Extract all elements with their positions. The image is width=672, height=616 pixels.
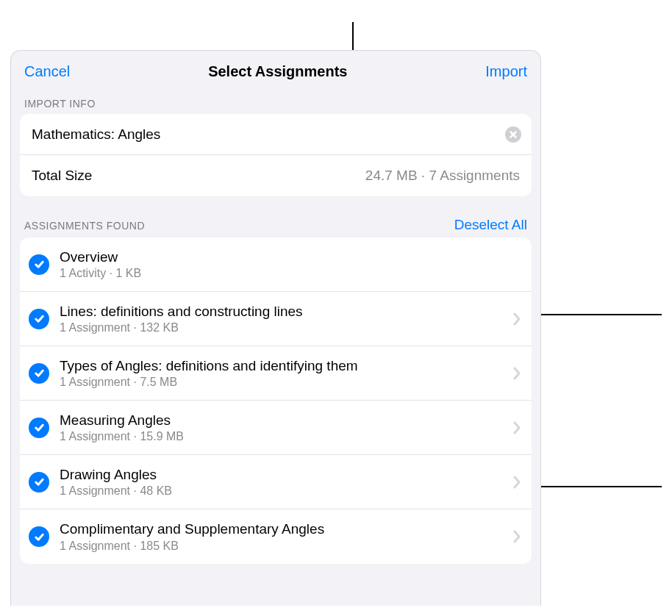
assignment-subtitle: 1 Assignment · 15.9 MB <box>60 430 512 443</box>
assignment-title: Types of Angles: definitions and identif… <box>60 357 512 375</box>
import-button[interactable]: Import <box>485 63 527 80</box>
total-size-label: Total Size <box>32 168 92 184</box>
nav-bar: Cancel Select Assignments Import <box>11 51 540 92</box>
checkmark-icon[interactable] <box>29 254 49 275</box>
assignment-subtitle: 1 Activity · 1 KB <box>60 267 521 280</box>
cancel-button[interactable]: Cancel <box>24 63 70 80</box>
assignment-subtitle: 1 Assignment · 48 KB <box>60 484 512 498</box>
import-info-card: Total Size 24.7 MB · 7 Assignments <box>20 114 532 196</box>
import-name-input[interactable] <box>32 126 520 143</box>
assignment-row[interactable]: Drawing Angles1 Assignment · 48 KB <box>20 455 532 509</box>
chevron-right-icon[interactable] <box>512 312 521 326</box>
assignment-text: Lines: definitions and constructing line… <box>60 303 512 335</box>
stage: Cancel Select Assignments Import IMPORT … <box>0 0 672 616</box>
checkmark-icon[interactable] <box>29 526 49 547</box>
assignments-found-label: ASSIGNMENTS FOUND <box>24 220 145 232</box>
chevron-right-icon[interactable] <box>512 366 521 381</box>
chevron-right-icon[interactable] <box>512 420 521 435</box>
checkmark-icon[interactable] <box>29 418 49 438</box>
assignment-text: Drawing Angles1 Assignment · 48 KB <box>60 466 512 498</box>
assignment-row[interactable]: Complimentary and Supplementary Angles1 … <box>20 509 532 564</box>
assignment-subtitle: 1 Assignment · 132 KB <box>60 321 512 334</box>
checkmark-icon[interactable] <box>29 363 49 384</box>
assignment-text: Types of Angles: definitions and identif… <box>60 357 512 390</box>
assignment-row[interactable]: Lines: definitions and constructing line… <box>20 292 532 346</box>
checkmark-icon[interactable] <box>29 472 49 493</box>
checkmark-icon[interactable] <box>29 309 49 329</box>
assignment-row[interactable]: Types of Angles: definitions and identif… <box>20 346 532 401</box>
assignment-title: Overview <box>60 248 521 266</box>
assignment-subtitle: 1 Assignment · 7.5 MB <box>60 376 512 389</box>
chevron-right-icon[interactable] <box>512 529 521 544</box>
assignment-title: Complimentary and Supplementary Angles <box>60 520 512 538</box>
assignment-row[interactable]: Measuring Angles1 Assignment · 15.9 MB <box>20 401 532 455</box>
total-size-value: 24.7 MB · 7 Assignments <box>365 168 520 184</box>
clear-text-icon[interactable] <box>505 126 521 143</box>
total-size-row: Total Size 24.7 MB · 7 Assignments <box>20 155 532 196</box>
page-title: Select Assignments <box>208 63 347 80</box>
assignment-title: Measuring Angles <box>60 412 512 429</box>
assignment-row[interactable]: Overview1 Activity · 1 KB <box>20 237 532 292</box>
assignment-title: Lines: definitions and constructing line… <box>60 303 512 320</box>
assignment-text: Complimentary and Supplementary Angles1 … <box>60 520 512 553</box>
assignment-text: Overview1 Activity · 1 KB <box>60 248 521 281</box>
select-assignments-panel: Cancel Select Assignments Import IMPORT … <box>10 50 541 606</box>
section-header-import-info: IMPORT INFO <box>11 92 540 114</box>
assignment-subtitle: 1 Assignment · 185 KB <box>60 540 512 553</box>
assignment-title: Drawing Angles <box>60 466 512 484</box>
deselect-all-button[interactable]: Deselect All <box>454 217 527 233</box>
assignment-text: Measuring Angles1 Assignment · 15.9 MB <box>60 412 512 444</box>
import-name-row <box>20 114 532 155</box>
section-header-assignments-found: ASSIGNMENTS FOUND Deselect All <box>11 196 540 237</box>
chevron-right-icon[interactable] <box>512 475 521 490</box>
assignments-list: Overview1 Activity · 1 KBLines: definiti… <box>20 237 532 564</box>
